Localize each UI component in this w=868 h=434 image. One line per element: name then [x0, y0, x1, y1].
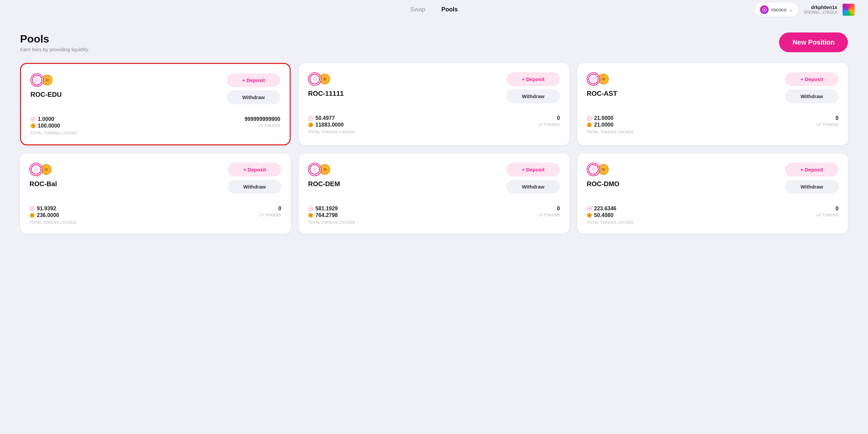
pool-name: ROC-Bal: [29, 180, 57, 188]
lp-tokens-value: 0: [816, 206, 839, 212]
pool-card-roc-dmo: ≋ ROC-DMO + Deposit Withdraw 223.6346: [577, 153, 848, 234]
page-title-block: Pools Earn fees by providing liquidity.: [20, 33, 89, 52]
lp-tokens-label: LP TOKENS: [245, 123, 280, 127]
chevron-down-icon: ⌄: [789, 7, 793, 12]
pool-stats: 1.0000 ≋ 100.0000 TOTAL TOKENS LOCKED 99…: [30, 111, 280, 135]
pool-actions: + Deposit Withdraw: [227, 73, 280, 104]
token2-stat-row: ≋ 236.0000: [29, 212, 76, 218]
token2-stat-row: ≋ 21.0000: [587, 122, 634, 128]
lp-tokens-value: 999999999900: [245, 116, 280, 122]
navbar: Swap Pools rococo ⌄ drkph0en1x 5FEdWo...…: [0, 0, 868, 19]
total-tokens-locked-group: 223.6346 ≋ 50.4080 TOTAL TOKENS LOCKED: [587, 206, 634, 224]
deposit-button[interactable]: + Deposit: [506, 163, 560, 176]
withdraw-button[interactable]: Withdraw: [785, 180, 839, 194]
withdraw-button[interactable]: Withdraw: [228, 180, 281, 194]
pool-stats: 223.6346 ≋ 50.4080 TOTAL TOKENS LOCKED 0…: [587, 200, 839, 224]
token2-stat-row: ≋ 50.4080: [587, 212, 634, 218]
mini-coin-icon: ≋: [308, 213, 313, 218]
deposit-button[interactable]: + Deposit: [785, 163, 839, 176]
pool-actions: + Deposit Withdraw: [785, 72, 839, 103]
token2-amount: 236.0000: [37, 212, 59, 218]
pool-card-top: ≋ ROC-EDU + Deposit Withdraw: [30, 73, 280, 104]
pools-nav-link[interactable]: Pools: [441, 6, 458, 13]
pool-card-top: ≋ ROC-Bal + Deposit Withdraw: [29, 163, 281, 194]
svg-point-44: [312, 167, 317, 172]
mini-roc-icon: [308, 206, 313, 211]
roc-icon: [31, 74, 43, 86]
pool-stats: 50.4977 ≋ 11883.0000 TOTAL TOKENS LOCKED…: [308, 110, 560, 134]
pool-card-top: ≋ ROC-11111 + Deposit Withdraw: [308, 72, 560, 103]
nav-links: Swap Pools: [410, 6, 458, 13]
total-tokens-locked-label: TOTAL TOKENS LOCKED: [308, 220, 355, 224]
svg-text:≋: ≋: [44, 167, 48, 172]
pool-name: ROC-11111: [308, 90, 344, 97]
pool-token-info: ≋ ROC-EDU: [30, 73, 62, 98]
total-tokens-locked-label: TOTAL TOKENS LOCKED: [587, 220, 634, 224]
svg-point-24: [591, 77, 596, 81]
token2-amount: 11883.0000: [315, 122, 344, 128]
pool-icons: ≋: [308, 163, 340, 176]
token2-amount: 50.4080: [594, 212, 614, 218]
pool-icons: ≋: [29, 163, 57, 176]
mini-roc-icon: [30, 117, 36, 122]
svg-text:≋: ≋: [45, 77, 49, 83]
pool-card-top: ≋ ROC-AST + Deposit Withdraw: [587, 72, 839, 103]
roc-icon: [309, 164, 321, 175]
avatar[interactable]: [843, 4, 855, 16]
pool-token-info: ≋ ROC-DMO: [587, 163, 619, 188]
svg-text:≋: ≋: [601, 76, 606, 82]
pool-actions: + Deposit Withdraw: [506, 72, 560, 103]
svg-text:≋: ≋: [32, 124, 34, 127]
deposit-button[interactable]: + Deposit: [785, 72, 839, 86]
total-tokens-locked-label: TOTAL TOKENS LOCKED: [30, 131, 78, 135]
pool-name: ROC-AST: [587, 90, 617, 97]
total-tokens-locked-group: 1.0000 ≋ 100.0000 TOTAL TOKENS LOCKED: [30, 116, 78, 135]
total-tokens-locked-group: 50.4977 ≋ 11883.0000 TOTAL TOKENS LOCKED: [308, 115, 355, 134]
mini-coin-icon: ≋: [587, 213, 592, 218]
pool-stats: 21.0000 ≋ 21.0000 TOTAL TOKENS LOCKED 0 …: [587, 110, 839, 134]
pool-card-roc-ast: ≋ ROC-AST + Deposit Withdraw 21.0000: [577, 63, 848, 145]
mini-roc-icon: [29, 206, 35, 211]
roc-token-icon: [30, 73, 44, 87]
pool-name: ROC-DMO: [587, 180, 619, 188]
pool-stats: 581.1929 ≋ 764.2798 TOTAL TOKENS LOCKED …: [308, 200, 560, 224]
withdraw-button[interactable]: Withdraw: [506, 89, 560, 103]
mini-coin-icon: ≋: [29, 213, 35, 218]
lp-tokens-label: LP TOKENS: [538, 213, 560, 217]
token1-stat-row: 50.4977: [308, 115, 355, 121]
deposit-button[interactable]: + Deposit: [228, 163, 281, 176]
svg-point-59: [589, 208, 590, 210]
pool-icons: ≋: [308, 72, 344, 86]
swap-nav-link[interactable]: Swap: [410, 6, 425, 13]
token1-amount: 1.0000: [38, 116, 54, 122]
svg-point-14: [312, 77, 317, 81]
pool-stats: 91.9392 ≋ 236.0000 TOTAL TOKENS LOCKED 0…: [29, 200, 281, 224]
withdraw-button[interactable]: Withdraw: [227, 90, 280, 104]
page-subtitle: Earn fees by providing liquidity.: [20, 47, 89, 52]
pool-actions: + Deposit Withdraw: [506, 163, 560, 194]
pools-grid: ≋ ROC-EDU + Deposit Withdraw 1.0000: [20, 63, 848, 234]
network-icon: [760, 5, 769, 14]
svg-text:≋: ≋: [588, 123, 590, 126]
roc-icon: [30, 164, 42, 175]
pool-token-info: ≋ ROC-Bal: [29, 163, 57, 188]
token2-stat-row: ≋ 764.2798: [308, 212, 355, 218]
svg-point-1: [764, 9, 765, 10]
pool-actions: + Deposit Withdraw: [228, 163, 281, 194]
main-content: Pools Earn fees by providing liquidity. …: [0, 19, 868, 247]
withdraw-button[interactable]: Withdraw: [506, 180, 560, 194]
deposit-button[interactable]: + Deposit: [227, 73, 280, 87]
lp-tokens-group: 0 LP TOKENS: [538, 206, 560, 217]
roc-icon: [587, 164, 599, 175]
new-position-button[interactable]: New Position: [779, 32, 848, 52]
withdraw-button[interactable]: Withdraw: [785, 89, 839, 103]
roc-token-icon: [587, 72, 600, 86]
lp-tokens-label: LP TOKENS: [538, 122, 560, 126]
mini-roc-icon: [587, 206, 592, 211]
network-selector[interactable]: rococo ⌄: [754, 3, 799, 17]
page-title: Pools: [20, 33, 89, 45]
pool-name: ROC-DEM: [308, 180, 340, 188]
deposit-button[interactable]: + Deposit: [506, 72, 560, 86]
svg-text:≋: ≋: [588, 214, 590, 217]
svg-point-19: [310, 118, 312, 119]
